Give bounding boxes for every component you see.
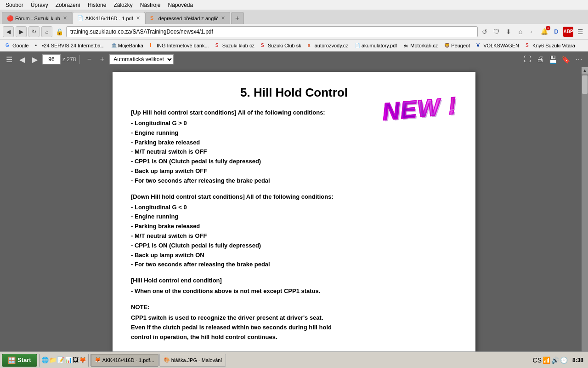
down-hill-conditions: - Longitudinal G < 0 - Engine running - …	[131, 203, 457, 270]
download-icon[interactable]: ⬇	[503, 27, 514, 37]
menu-napoveda[interactable]: Nápověda	[164, 1, 197, 9]
end-condition-header: [Hill Hold control end condition]	[131, 277, 457, 284]
tab-bar: 🔴 Fórum - Suzuki klub ✕ 📄 AKK416/416D - …	[0, 10, 588, 24]
home-button[interactable]: ⌂	[41, 26, 52, 37]
down-hill-header: [Down Hill hold control start conditions…	[131, 193, 457, 200]
reload-button[interactable]: ↻	[28, 26, 40, 37]
clock: 8:38	[570, 356, 586, 364]
tab-close-forum[interactable]: ✕	[63, 15, 67, 21]
condition-item: - Longitudinal G < 0	[131, 203, 457, 213]
bookmark-suzukicz[interactable]: S Suzuki klub cz	[213, 42, 257, 49]
photo-icon[interactable]: 🖼	[73, 356, 79, 363]
pdf-prev-page-button[interactable]: ◀	[17, 54, 28, 65]
tab-close-translate[interactable]: ✕	[221, 15, 225, 21]
pdf-page-input[interactable]	[42, 54, 61, 64]
bookmark-ing[interactable]: I ING Internetové bank...	[147, 42, 212, 49]
start-label: Start	[17, 356, 31, 363]
zoom-in-button[interactable]: +	[96, 54, 107, 65]
bookmark-kny6[interactable]: S Kny6 Suzuki Vitara	[523, 42, 578, 49]
back-arrow-icon[interactable]: ←	[527, 27, 537, 37]
menu-upravy[interactable]: Úpravy	[27, 1, 52, 9]
bookmark-autorozvody[interactable]: a autorozvody.cz	[305, 42, 351, 49]
taskbar-paint-label: hláška.JPG - Malování	[171, 357, 222, 363]
menu-icon[interactable]: ☰	[575, 27, 585, 37]
menu-nastroje[interactable]: Nástroje	[136, 1, 164, 9]
url-input[interactable]	[66, 26, 478, 37]
sidebar-toggle-button[interactable]: ☰	[4, 54, 15, 65]
bookmarks-bar: G Google • •24 SERVIS 24 Internetba... 🏦…	[0, 40, 588, 52]
refresh-icon[interactable]: ↺	[480, 27, 490, 37]
bookmark-motorkari[interactable]: 🏍 Motorkáři.cz	[401, 42, 441, 49]
more-button[interactable]: ⋯	[573, 54, 584, 65]
pdf-page-total: z 278	[62, 56, 76, 63]
ing-favicon: I	[150, 43, 155, 48]
folder-icon[interactable]: 📁	[49, 356, 57, 363]
tab-forum[interactable]: 🔴 Fórum - Suzuki klub ✕	[2, 12, 72, 24]
menu-zalozky[interactable]: Záložky	[110, 1, 136, 9]
forward-button[interactable]: ▶	[16, 26, 27, 37]
bookmark-akumulatory[interactable]: 📄 akumulatory.pdf	[352, 42, 400, 49]
adblock-icon[interactable]: ABP	[563, 27, 573, 37]
tab-translate[interactable]: S depressed překlad z angličtin... ✕	[145, 12, 230, 24]
taskbar: 🪟 Start 🌐 📁 📝 📊 🖼 🦊 🦊 AKK416/416D - 1.pd…	[0, 351, 588, 368]
tab-pdf[interactable]: 📄 AKK416/416D - 1.pdf ✕	[72, 12, 145, 24]
new-tab-button[interactable]: +	[231, 12, 244, 24]
tab-label-translate: depressed překlad z angličtin...	[158, 16, 218, 21]
pdf-next-page-button[interactable]: ▶	[29, 54, 40, 65]
start-button[interactable]: 🪟 Start	[2, 354, 37, 367]
tab-close-pdf[interactable]: ✕	[136, 15, 140, 21]
akumulatory-favicon: 📄	[355, 43, 360, 48]
quick-launch: 🌐 📁 📝 📊 🖼 🦊	[41, 356, 86, 363]
scroll-up-arrow[interactable]: ▲	[582, 67, 588, 74]
back-button[interactable]: ◀	[3, 26, 14, 37]
print-button[interactable]: 🖨	[535, 54, 546, 65]
note-header: NOTE:	[131, 304, 457, 310]
zoom-out-button[interactable]: −	[84, 54, 95, 65]
note-line1: CPP1 switch is used to recognize the dri…	[131, 313, 457, 323]
adblock-d-icon[interactable]: D	[551, 27, 561, 37]
note-line2: Even if the clutch pedal is released wit…	[131, 323, 457, 333]
word-icon[interactable]: 📝	[57, 356, 64, 363]
scrollbar-right[interactable]: ▲	[582, 67, 588, 351]
menu-historie[interactable]: Historie	[84, 1, 110, 9]
bookmark-peugeot[interactable]: 🦁 Peugeot	[441, 42, 473, 49]
address-bar: ◀ ▶ ↻ ⌂ 🔒 ↺ 🛡 ⬇ ⌂ ← 🔔1 D ABP ☰	[0, 24, 588, 40]
tray-network[interactable]: 📶	[543, 356, 550, 364]
condition-item: - When one of the conditions above is no…	[131, 287, 457, 296]
bookmark-button[interactable]: 🔖	[560, 54, 571, 65]
bookmark-mojebanka[interactable]: 🏦 MojeBanka	[108, 42, 146, 49]
save-button[interactable]: 💾	[548, 54, 559, 65]
notify-icon: 🔔1	[539, 27, 549, 37]
suzukicz-favicon: S	[215, 43, 221, 48]
condition-item: - CPP1 is ON (Clutch pedal is fully depr…	[131, 157, 457, 167]
kny6-favicon: S	[526, 43, 531, 48]
taskbar-pdf-label: AKK416/416D - 1.pdf...	[102, 357, 154, 363]
bookmark-suzukisk[interactable]: S Suzuki Club sk	[258, 42, 304, 49]
tab-favicon-forum: 🔴	[7, 15, 13, 22]
menu-zobrazeni[interactable]: Zobrazení	[52, 1, 84, 9]
condition-item: - Engine running	[131, 128, 457, 138]
condition-item: - Parking brake released	[131, 138, 457, 148]
vw-favicon: V	[476, 43, 482, 48]
shield-icon: 🛡	[492, 27, 502, 37]
taskbar-divider	[39, 354, 40, 367]
motorkari-favicon: 🏍	[403, 43, 409, 48]
fullscreen-button[interactable]: ⛶	[522, 54, 533, 65]
autorozvody-favicon: a	[308, 43, 313, 48]
tray-volume[interactable]: 🔊	[551, 356, 559, 364]
ie-icon[interactable]: 🌐	[41, 356, 49, 363]
taskbar-item-pdf[interactable]: 🦊 AKK416/416D - 1.pdf...	[90, 354, 158, 367]
taskbar-item-paint[interactable]: 🎨 hláška.JPG - Malování	[159, 354, 226, 367]
home-icon[interactable]: ⌂	[515, 27, 526, 37]
google-favicon: G	[6, 43, 11, 48]
bookmark-google[interactable]: G Google	[3, 42, 31, 49]
scroll-thumb[interactable]	[582, 75, 588, 94]
bookmark-volkswagen[interactable]: V VOLKSWAGEN	[474, 42, 522, 49]
taskbar-right: CS 📶 🔊 🕑 8:38	[533, 356, 586, 364]
excel-icon[interactable]: 📊	[65, 356, 72, 363]
zoom-select[interactable]: Automatická velikost	[109, 54, 174, 64]
menu-soubor[interactable]: Soubor	[2, 1, 27, 9]
toolbar-divider	[79, 55, 80, 64]
bookmark-servis24[interactable]: • •24 SERVIS 24 Internetba...	[32, 42, 107, 49]
firefox-icon[interactable]: 🦊	[79, 356, 86, 363]
